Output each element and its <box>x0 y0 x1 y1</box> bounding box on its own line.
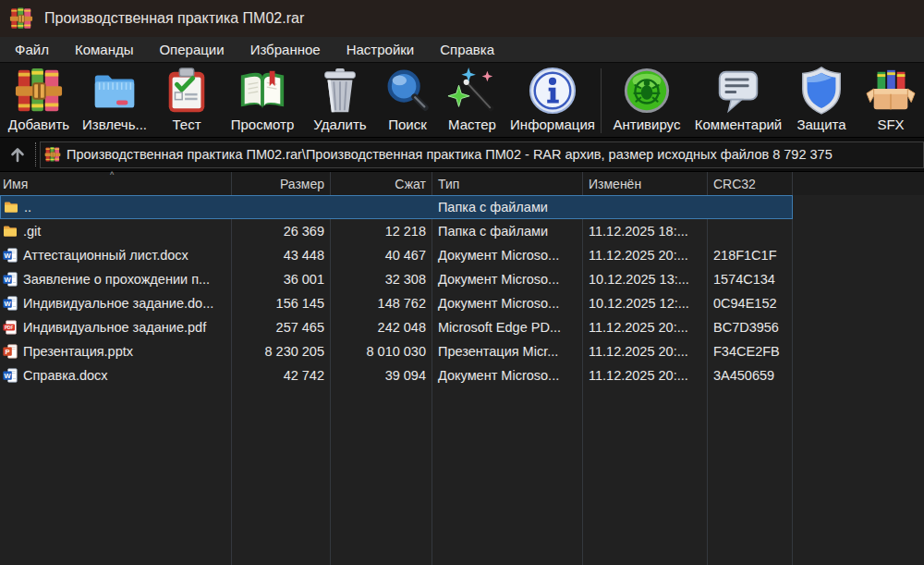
cell-crc: 218F1C1F <box>708 243 793 267</box>
cell-crc: BC7D3956 <box>708 315 793 339</box>
winrar-app-icon <box>9 6 33 31</box>
toolbar-button-удалить[interactable]: Удалить <box>303 66 377 136</box>
table-row[interactable]: WАттестационный лист.docx43 44840 467Док… <box>0 243 793 267</box>
column-header-size[interactable]: Размер <box>232 172 331 195</box>
toolbar-button-label: Извлечь... <box>82 117 147 132</box>
table-row[interactable]: WИндивидуальное задание.do...156 145148 … <box>0 291 793 315</box>
cell-modified <box>583 196 708 218</box>
svg-text:W: W <box>5 252 12 260</box>
table-row[interactable]: .git26 36912 218Папка с файлами11.12.202… <box>0 219 793 243</box>
cell-size: 42 742 <box>232 363 331 387</box>
table-row[interactable]: PПрезентация.pptx8 230 2058 010 030Презе… <box>0 339 793 363</box>
file-name: Справка.docx <box>23 368 108 383</box>
cell-packed: 32 308 <box>331 267 432 291</box>
table-row[interactable]: PDFИндивидуальное задание.pdf257 465242 … <box>0 315 793 339</box>
sfx-box-icon <box>866 66 916 116</box>
toolbar-button-label: Добавить <box>8 117 69 132</box>
cell-modified: 11.12.2025 18:... <box>583 219 708 243</box>
test-clipboard-icon <box>162 66 212 116</box>
cell-name: WСправка.docx <box>0 363 232 387</box>
menu-item-5[interactable]: Настройки <box>334 37 428 62</box>
title-bar[interactable]: Производственная практика ПМ02.rar <box>0 0 924 37</box>
menu-item-3[interactable]: Операции <box>146 37 237 62</box>
menu-item-6[interactable]: Справка <box>427 37 507 62</box>
up-arrow-icon <box>8 145 27 164</box>
toolbar-button-антивирус[interactable]: Антивирус <box>603 66 690 136</box>
toolbar-button-label: Поиск <box>388 117 427 132</box>
toolbar-button-label: Защита <box>796 117 845 132</box>
toolbar-button-добавить[interactable]: Добавить <box>0 66 78 136</box>
archive-path-field[interactable]: Производственная практика ПМ02.rar\Произ… <box>40 141 924 168</box>
toolbar-button-sfx[interactable]: SFX <box>857 66 924 136</box>
cell-size: 156 145 <box>232 291 331 315</box>
file-name: Индивидуальное задание.pdf <box>23 320 206 335</box>
cell-crc <box>708 219 793 243</box>
toolbar-button-мастер[interactable]: Мастер <box>438 66 506 136</box>
cell-name: WЗаявление о прохождении п... <box>0 267 232 291</box>
cell-size: 26 369 <box>232 219 331 243</box>
toolbar-button-извлечь[interactable]: Извлечь... <box>78 66 152 136</box>
cell-packed: 148 762 <box>331 291 432 315</box>
menu-item-4[interactable]: Избранное <box>237 37 334 62</box>
addressbar-grip[interactable] <box>35 142 36 166</box>
toolbar-button-просмотр[interactable]: Просмотр <box>222 66 303 136</box>
file-name: Аттестационный лист.docx <box>23 248 188 263</box>
cell-type: Microsoft Edge PD... <box>432 315 583 339</box>
pdf-file-icon: PDF <box>3 320 18 335</box>
word-file-icon: W <box>3 248 18 263</box>
column-header-modified[interactable]: Изменён <box>583 172 708 195</box>
toolbar-button-комментарий[interactable]: Комментарий <box>690 66 786 136</box>
toolbar-separator <box>601 68 602 133</box>
cell-type: Документ Microso... <box>432 291 583 315</box>
toolbar-button-label: Антивирус <box>614 117 681 132</box>
toolbar: Добавить Извлечь... Тест Просмотр Удалит… <box>0 62 924 137</box>
svg-text:W: W <box>5 372 12 380</box>
table-row[interactable]: WСправка.docx42 74239 094Документ Micros… <box>0 363 793 387</box>
cell-crc: 3A450659 <box>708 363 793 387</box>
cell-type: Документ Microso... <box>432 243 583 267</box>
file-name: Презентация.pptx <box>23 344 133 359</box>
word-file-icon: W <box>3 296 18 311</box>
column-header-filler <box>793 172 924 195</box>
folder-file-icon <box>3 224 18 239</box>
info-icon <box>528 66 578 116</box>
toolbar-button-тест[interactable]: Тест <box>152 66 222 136</box>
toolbar-button-информация[interactable]: Информация <box>506 66 599 136</box>
up-directory-button[interactable] <box>0 141 35 168</box>
column-header-type[interactable]: Тип <box>432 172 583 195</box>
column-header-packed[interactable]: Сжат <box>331 172 432 195</box>
winrar-archive-icon <box>44 146 61 163</box>
toolbar-button-label: Мастер <box>448 117 496 132</box>
cell-crc <box>707 196 792 218</box>
file-name: Заявление о прохождении п... <box>23 272 210 287</box>
ppt-file-icon: P <box>3 344 18 359</box>
cell-size: 43 448 <box>232 243 331 267</box>
word-file-icon: W <box>3 368 18 383</box>
table-row[interactable]: ..Папка с файлами <box>0 195 793 219</box>
toolbar-button-поиск[interactable]: Поиск <box>377 66 438 136</box>
file-name: .. <box>24 200 31 215</box>
toolbar-button-label: Информация <box>510 117 595 132</box>
cell-packed: 242 048 <box>331 315 432 339</box>
file-list: ..Папка с файлами .git26 36912 218Папка … <box>0 195 924 565</box>
cell-size: 8 230 205 <box>232 339 331 363</box>
wizard-wand-icon <box>447 66 497 116</box>
cell-modified: 11.12.2025 20:... <box>583 363 708 387</box>
cell-crc: F34CE2FB <box>708 339 793 363</box>
cell-name: .. <box>1 196 232 218</box>
column-header-crc[interactable]: CRC32 <box>708 172 793 195</box>
cell-crc: 0C94E152 <box>708 291 793 315</box>
shield-icon <box>796 66 846 116</box>
archive-path-text: Производственная практика ПМ02.rar\Произ… <box>67 147 833 162</box>
toolbar-button-защита[interactable]: Защита <box>786 66 857 136</box>
menu-item-2[interactable]: Команды <box>62 37 147 62</box>
cell-modified: 11.12.2025 20:... <box>583 315 708 339</box>
window-title: Производственная практика ПМ02.rar <box>44 10 304 27</box>
table-row[interactable]: WЗаявление о прохождении п...36 00132 30… <box>0 267 793 291</box>
cell-size: 36 001 <box>232 267 331 291</box>
svg-text:PDF: PDF <box>5 325 14 330</box>
cell-name: WИндивидуальное задание.do... <box>0 291 232 315</box>
cell-type: Папка с файлами <box>432 196 583 218</box>
folder-file-icon <box>4 200 18 215</box>
menu-item-1[interactable]: Файл <box>2 37 62 62</box>
